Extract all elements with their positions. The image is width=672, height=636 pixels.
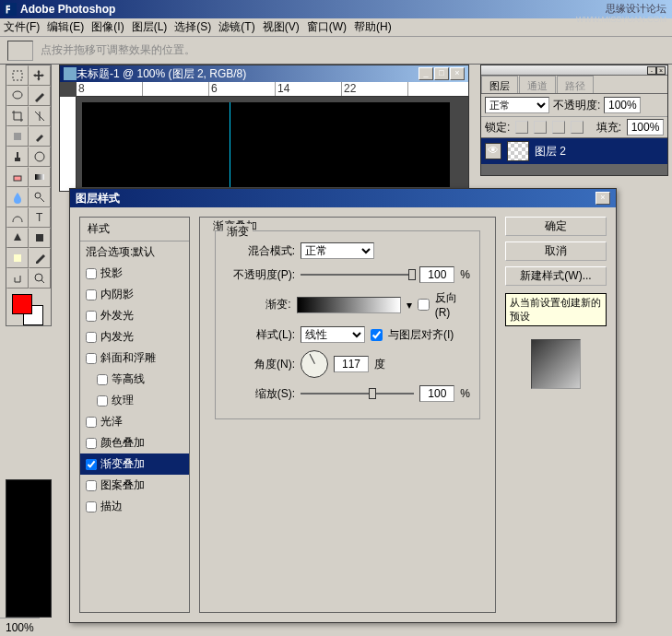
zoom-level[interactable]: 100%: [6, 621, 34, 634]
menu-file[interactable]: 文件(F): [4, 19, 40, 35]
menu-layer[interactable]: 图层(L): [132, 19, 168, 35]
history-brush-tool[interactable]: [29, 147, 51, 167]
dodge-tool[interactable]: [29, 187, 51, 207]
blur-tool[interactable]: [6, 187, 29, 207]
layer-name[interactable]: 图层 2: [535, 144, 566, 159]
effect-item[interactable]: 内阴影: [80, 284, 189, 305]
eyedropper-tool[interactable]: [29, 248, 51, 268]
effect-item[interactable]: 描边: [80, 496, 189, 517]
wand-tool[interactable]: [29, 86, 51, 106]
styles-header[interactable]: 样式: [80, 218, 189, 241]
align-checkbox[interactable]: [371, 329, 383, 341]
opacity-value[interactable]: 100%: [604, 97, 641, 113]
zoom-tool[interactable]: [29, 268, 51, 289]
new-style-button[interactable]: 新建样式(W)...: [505, 266, 607, 286]
slice-tool[interactable]: [29, 106, 51, 126]
effect-checkbox[interactable]: [86, 353, 97, 364]
lock-transparency-icon[interactable]: [515, 121, 528, 134]
effect-checkbox[interactable]: [97, 395, 108, 406]
effect-item[interactable]: 光泽: [80, 411, 189, 432]
opacity-input[interactable]: 100: [419, 266, 454, 283]
effect-item[interactable]: 图案叠加: [80, 475, 189, 496]
notes-tool[interactable]: [6, 248, 29, 268]
lock-all-icon[interactable]: [571, 121, 584, 134]
scale-input[interactable]: 100: [419, 385, 454, 402]
menu-help[interactable]: 帮助(H): [354, 19, 392, 35]
effect-item[interactable]: 投影: [80, 263, 189, 284]
effect-item[interactable]: 内发光: [80, 326, 189, 347]
doc-min-button[interactable]: _: [419, 67, 433, 80]
doc-max-button[interactable]: □: [434, 67, 449, 80]
angle-input[interactable]: 117: [334, 356, 369, 372]
blend-options-item[interactable]: 混合选项:默认: [80, 241, 189, 263]
blend-mode-dropdown[interactable]: 正常: [301, 242, 374, 259]
reverse-checkbox[interactable]: [418, 299, 430, 311]
type-tool[interactable]: T: [29, 207, 51, 228]
fill-value[interactable]: 100%: [627, 119, 664, 135]
tab-layers[interactable]: 图层: [481, 76, 518, 93]
layer-item[interactable]: 👁 图层 2: [481, 138, 667, 164]
fg-color-swatch[interactable]: [12, 294, 32, 314]
tab-channels[interactable]: 通道: [519, 76, 556, 93]
effect-item[interactable]: 纹理: [80, 390, 189, 411]
stamp-tool[interactable]: [6, 147, 29, 167]
current-tool-icon[interactable]: [7, 41, 33, 61]
shape-tool[interactable]: [29, 228, 51, 248]
ok-button[interactable]: 确定: [505, 217, 607, 236]
panel-minimize-button[interactable]: -: [647, 66, 656, 75]
marquee-tool[interactable]: [6, 65, 29, 86]
scale-slider[interactable]: [301, 385, 414, 402]
canvas[interactable]: [82, 102, 450, 187]
effect-checkbox[interactable]: [86, 289, 97, 300]
cancel-button[interactable]: 取消: [505, 241, 607, 261]
gradient-preview[interactable]: [297, 297, 401, 313]
menu-window[interactable]: 窗口(W): [307, 19, 347, 35]
effect-item[interactable]: 颜色叠加: [80, 432, 189, 453]
dialog-close-button[interactable]: ×: [595, 192, 610, 205]
pen-tool[interactable]: [6, 228, 29, 248]
opacity-slider[interactable]: [301, 266, 414, 283]
effect-checkbox[interactable]: [97, 374, 108, 385]
blend-mode-select[interactable]: 正常: [485, 97, 549, 113]
effect-item[interactable]: 斜面和浮雕: [80, 347, 189, 369]
doc-close-button[interactable]: ×: [450, 67, 465, 80]
effect-checkbox[interactable]: [86, 501, 97, 512]
visibility-icon[interactable]: 👁: [485, 143, 501, 159]
color-swatches[interactable]: [6, 289, 51, 325]
effect-checkbox[interactable]: [86, 438, 97, 449]
effect-checkbox[interactable]: [86, 332, 97, 343]
effect-checkbox[interactable]: [86, 459, 97, 470]
svg-rect-11: [36, 234, 43, 241]
eraser-tool[interactable]: [6, 167, 29, 187]
effect-item[interactable]: 等高线: [80, 369, 189, 390]
angle-dial[interactable]: [301, 350, 328, 378]
menu-view[interactable]: 视图(V): [263, 19, 300, 35]
gradient-dropdown-icon[interactable]: ▾: [407, 299, 412, 312]
lock-pixels-icon[interactable]: [534, 121, 547, 134]
effect-checkbox[interactable]: [86, 268, 97, 279]
gradient-tool[interactable]: [29, 167, 51, 187]
lasso-tool[interactable]: [6, 86, 29, 106]
crop-tool[interactable]: [6, 106, 29, 126]
lock-position-icon[interactable]: [552, 121, 565, 134]
tab-paths[interactable]: 路径: [557, 76, 594, 93]
menu-image[interactable]: 图像(I): [91, 19, 124, 35]
layer-thumbnail[interactable]: [507, 141, 529, 161]
effect-checkbox[interactable]: [86, 311, 97, 322]
effect-checkbox[interactable]: [86, 417, 97, 428]
effect-item[interactable]: 外发光: [80, 305, 189, 326]
hand-tool[interactable]: [6, 268, 29, 289]
menu-edit[interactable]: 编辑(E): [47, 19, 84, 35]
panel-close-button[interactable]: ×: [656, 66, 666, 75]
heal-tool[interactable]: [6, 126, 29, 147]
vertical-guide[interactable]: [230, 102, 230, 187]
style-dropdown[interactable]: 线性: [301, 326, 365, 343]
effect-checkbox[interactable]: [86, 480, 97, 491]
path-tool[interactable]: [6, 207, 29, 228]
menu-filter[interactable]: 滤镜(T): [218, 19, 254, 35]
canvas-area[interactable]: 861422: [60, 82, 468, 191]
menu-select[interactable]: 选择(S): [174, 19, 211, 35]
move-tool[interactable]: [29, 65, 51, 86]
brush-tool[interactable]: [29, 126, 51, 147]
effect-item[interactable]: 渐变叠加: [80, 453, 189, 475]
